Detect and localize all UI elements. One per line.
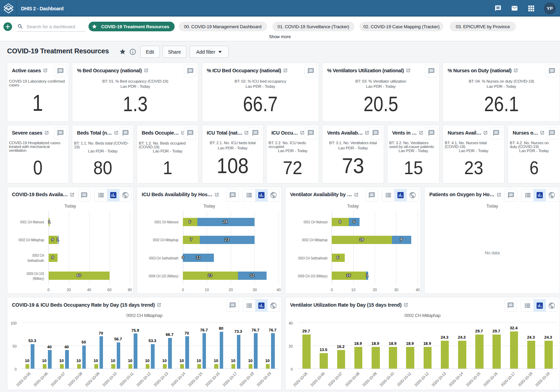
svg-text:7: 7	[190, 237, 192, 242]
svg-text:12: 12	[250, 273, 255, 277]
svg-text:9: 9	[400, 237, 402, 242]
svg-text:1: 1	[57, 237, 59, 242]
svg-text:16: 16	[346, 273, 351, 277]
svg-text:24: 24	[223, 220, 227, 224]
svg-text:13: 13	[196, 255, 200, 259]
svg-text:1: 1	[366, 273, 369, 277]
svg-text:0: 0	[182, 255, 184, 259]
svg-text:6: 6	[189, 220, 191, 224]
svg-text:60: 60	[76, 273, 81, 277]
svg-text:9: 9	[52, 255, 54, 259]
svg-text:6: 6	[337, 255, 339, 259]
svg-text:28: 28	[359, 237, 364, 242]
svg-text:5: 5	[353, 220, 355, 224]
svg-text:1: 1	[48, 220, 51, 224]
svg-text:23: 23	[225, 237, 229, 242]
svg-text:23: 23	[208, 273, 212, 277]
